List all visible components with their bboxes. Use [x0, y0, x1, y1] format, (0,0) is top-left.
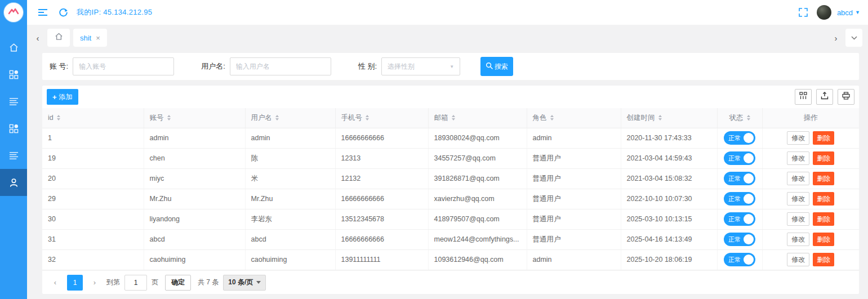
collapse-menu-icon[interactable] [35, 5, 51, 20]
username-label: 用户名: [201, 61, 225, 72]
column-header-phone[interactable]: 手机号 [335, 108, 428, 128]
status-toggle[interactable]: 正常 [724, 253, 755, 266]
cell-id: 29 [42, 189, 144, 209]
pagination-next-icon[interactable]: › [87, 275, 102, 290]
edit-button[interactable]: 修改 [787, 233, 809, 246]
pagination-confirm-button[interactable]: 确定 [165, 275, 191, 291]
column-header-id[interactable]: id [42, 108, 144, 128]
sidebar-item-list-1[interactable] [0, 88, 27, 115]
sort-icon[interactable] [167, 115, 171, 121]
cell-status: 正常 [717, 148, 762, 168]
print-icon [842, 92, 850, 102]
sidebar-item-apps-1[interactable] [0, 61, 27, 88]
cell-id: 32 [42, 249, 144, 270]
cell-status: 正常 [717, 249, 762, 270]
add-button[interactable]: + 添加 [47, 89, 78, 105]
account-input[interactable] [73, 57, 174, 75]
edit-button[interactable]: 修改 [787, 192, 809, 206]
tab-close-icon[interactable]: × [96, 34, 100, 42]
status-toggle[interactable]: 正常 [724, 212, 755, 226]
edit-button[interactable]: 修改 [787, 151, 809, 165]
app-logo[interactable] [0, 0, 27, 25]
column-header-email[interactable]: 邮箱 [428, 108, 527, 128]
delete-button[interactable]: 删除 [813, 253, 834, 266]
edit-button[interactable]: 修改 [787, 131, 809, 145]
cell-id: 1 [42, 128, 144, 148]
sort-icon[interactable] [57, 115, 60, 121]
cell-phone: 12313 [335, 148, 428, 168]
sort-icon[interactable] [550, 115, 554, 121]
status-toggle-label: 正常 [728, 235, 741, 244]
status-toggle[interactable]: 正常 [724, 131, 755, 145]
page-size-select[interactable]: 10 条/页 [223, 275, 266, 291]
cell-role: 普通用户 [527, 229, 621, 249]
main-column: 我的IP: 45.134.212.95 abcd ▼ [27, 0, 868, 299]
tabs-scroll-left-icon[interactable]: ‹ [32, 29, 44, 46]
sidebar-nav [0, 25, 27, 196]
user-table: id账号用户名手机号邮箱角色创建时间状态操作 1adminadmin166666… [42, 108, 859, 270]
status-toggle[interactable]: 正常 [724, 233, 755, 246]
pagination-jump-input[interactable] [124, 275, 147, 291]
page-size-label: 10 条/页 [228, 278, 253, 287]
content-area: 账 号: 用户名: 性 别: 选择性别 ▼ [27, 51, 868, 299]
sidebar-item-apps-2[interactable] [0, 115, 27, 142]
delete-button[interactable]: 删除 [813, 172, 834, 185]
delete-button[interactable]: 删除 [813, 192, 834, 206]
sidebar-item-home[interactable] [0, 34, 27, 61]
tabs-dropdown-icon[interactable] [845, 29, 862, 47]
list-icon [9, 151, 19, 160]
search-form-card: 账 号: 用户名: 性 别: 选择性别 ▼ [42, 53, 859, 80]
sort-icon[interactable] [747, 115, 750, 121]
pagination-current-page[interactable]: 1 [67, 275, 83, 291]
status-toggle[interactable]: 正常 [724, 192, 755, 206]
table-row: 1adminadmin16666666666189308024@qq.comad… [42, 128, 859, 148]
tabs-scroll-right-icon[interactable]: › [830, 29, 842, 46]
edit-button[interactable]: 修改 [787, 212, 809, 226]
username-input[interactable] [230, 57, 331, 75]
delete-button[interactable]: 删除 [813, 151, 834, 165]
toggle-knob [744, 214, 754, 224]
search-button[interactable]: 搜索 [480, 57, 513, 76]
sort-icon[interactable] [658, 115, 662, 121]
gender-select[interactable]: 选择性别 ▼ [381, 57, 460, 75]
tab-home-button[interactable] [47, 29, 70, 47]
user-menu[interactable]: abcd ▼ [837, 8, 860, 17]
column-header-username[interactable]: 用户名 [245, 108, 335, 128]
sort-icon[interactable] [366, 115, 369, 121]
refresh-icon[interactable] [55, 5, 71, 20]
print-button[interactable] [838, 89, 854, 105]
cell-created: 2021-03-04 15:08:32 [621, 168, 717, 189]
edit-button[interactable]: 修改 [787, 253, 809, 266]
cell-role: 普通用户 [527, 209, 621, 229]
tab-shit[interactable]: shit × [73, 29, 107, 47]
tab-label: shit [80, 34, 91, 42]
column-header-account[interactable]: 账号 [144, 108, 245, 128]
edit-button[interactable]: 修改 [787, 172, 809, 185]
list-icon [9, 97, 19, 106]
cell-role: 普通用户 [527, 168, 621, 189]
status-toggle[interactable]: 正常 [724, 151, 755, 165]
cell-status: 正常 [717, 168, 762, 189]
column-header-role[interactable]: 角色 [527, 108, 621, 128]
column-header-status[interactable]: 状态 [717, 108, 762, 128]
cell-email: 418979507@qq.com [428, 209, 527, 229]
status-toggle[interactable]: 正常 [724, 172, 755, 185]
pagination-prev-icon[interactable]: ‹ [48, 275, 63, 290]
cell-status: 正常 [717, 128, 762, 148]
sidebar-item-users[interactable] [0, 169, 27, 196]
delete-button[interactable]: 删除 [813, 233, 834, 246]
toggle-knob [744, 255, 754, 265]
filter-columns-button[interactable] [795, 89, 812, 105]
delete-button[interactable]: 删除 [813, 212, 834, 226]
sort-icon[interactable] [275, 115, 279, 121]
fullscreen-icon[interactable] [795, 5, 811, 20]
sidebar-item-list-2[interactable] [0, 142, 27, 169]
toggle-knob [744, 133, 754, 143]
export-button[interactable] [816, 89, 833, 105]
toggle-knob [744, 173, 754, 184]
cell-created: 2025-03-10 10:13:15 [621, 209, 717, 229]
user-avatar[interactable] [817, 5, 831, 20]
sort-icon[interactable] [452, 115, 455, 121]
delete-button[interactable]: 删除 [813, 131, 834, 145]
column-header-created[interactable]: 创建时间 [621, 108, 717, 128]
